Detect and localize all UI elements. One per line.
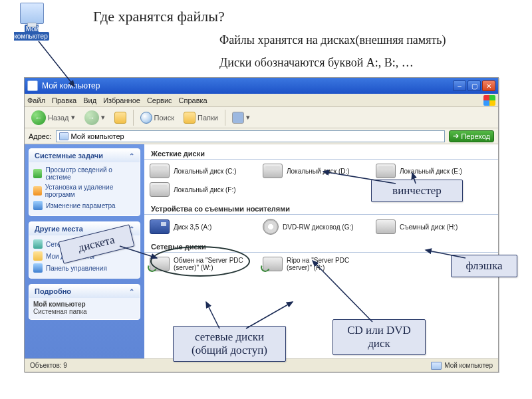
menubar: Файл Правка Вид Избранное Сервис Справка — [25, 94, 498, 107]
desktop-my-computer-icon[interactable]: Мой компьютер — [13, 3, 50, 40]
panel-title: Другие места — [35, 225, 83, 233]
toolbar: ← Назад ▾ → ▾ Поиск Папки ▾ — [25, 107, 498, 128]
minimize-button[interactable]: – — [453, 80, 466, 91]
panel-title: Подробно — [35, 287, 71, 295]
drive-label: Ripo на "Server PDC (server)" (R:) — [287, 257, 369, 271]
place-control-panel[interactable]: Панель управления — [33, 262, 136, 274]
computer-icon — [20, 3, 44, 24]
drive-label: Диск 3,5 (A:) — [174, 223, 211, 231]
drive-h[interactable]: Съемный диск (H:) — [376, 219, 482, 235]
details-type: Системная папка — [33, 308, 87, 315]
callout-hdd: винчестер — [371, 180, 463, 202]
drive-d[interactable]: Локальный диск (D:) — [263, 164, 369, 178]
task-link-settings[interactable]: Изменение параметра — [33, 200, 136, 211]
folders-button[interactable]: Папки — [181, 110, 221, 125]
menu-favorites[interactable]: Избранное — [103, 96, 140, 104]
window-title: Мой компьютер — [42, 81, 100, 90]
hard-drive-icon — [263, 164, 283, 178]
panel-header[interactable]: Системные задачи ⌃ — [29, 149, 140, 162]
drive-label: Локальный диск (E:) — [400, 168, 462, 175]
close-button[interactable]: ✕ — [482, 80, 495, 91]
drive-a[interactable]: Диск 3,5 (A:) — [150, 219, 256, 235]
subtitle-1: Файлы хранятся на дисках(внешняя память) — [219, 33, 446, 47]
callout-usb: флэшка — [451, 255, 517, 277]
up-button[interactable] — [112, 110, 129, 125]
hard-drive-icon — [150, 164, 170, 178]
chevron-down-icon: ▾ — [71, 113, 75, 122]
network-icon — [33, 239, 43, 249]
search-icon — [140, 112, 152, 124]
drive-r[interactable]: Ripo на "Server PDC (server)" (R:) — [263, 257, 369, 271]
info-icon — [33, 169, 42, 178]
chevron-up-icon: ⌃ — [129, 288, 134, 295]
callout-net: сетевые диски (общий доступ) — [173, 326, 286, 362]
task-link-addremove[interactable]: Установка и удаление программ — [33, 182, 136, 200]
control-panel-icon — [33, 263, 43, 273]
go-button[interactable]: ➔ Переход — [449, 130, 494, 142]
back-label: Назад — [48, 114, 69, 122]
drive-label: DVD-RW дисковод (G:) — [283, 223, 354, 231]
folders-icon — [184, 112, 196, 124]
panel-details: Подробно ⌃ Мой компьютер Системная папка — [29, 284, 140, 320]
task-label: Установка и удаление программ — [45, 184, 136, 198]
menu-help[interactable]: Справка — [179, 96, 207, 104]
hard-drive-icon — [376, 164, 396, 178]
details-name: Мой компьютер — [33, 301, 136, 308]
place-label: Панель управления — [46, 265, 107, 272]
settings-icon — [33, 201, 43, 210]
search-button[interactable]: Поиск — [138, 110, 177, 125]
drive-g[interactable]: DVD-RW дисковод (G:) — [263, 219, 369, 235]
panel-system-tasks: Системные задачи ⌃ Просмотр сведений о с… — [29, 148, 140, 216]
drive-label: Локальный диск (D:) — [287, 168, 350, 175]
forward-button[interactable]: → ▾ — [82, 109, 108, 126]
status-objects: Объектов: 9 — [30, 362, 67, 369]
status-location: Мой компьютер — [444, 362, 493, 369]
network-drive-icon — [263, 257, 283, 271]
search-label: Поиск — [154, 114, 174, 122]
views-icon — [232, 112, 244, 124]
drive-label: Обмен на "Server PDC (server)" (W:) — [174, 257, 256, 271]
chevron-up-icon: ⌃ — [129, 152, 134, 160]
forward-arrow-icon: → — [84, 110, 99, 125]
subtitle-2: Диски обозначаются буквой A:, B:, … — [219, 56, 414, 70]
drive-w[interactable]: Обмен на "Server PDC (server)" (W:) — [150, 257, 256, 271]
network-drive-icon — [150, 257, 170, 271]
drive-f[interactable]: Локальный диск (F:) — [150, 182, 256, 197]
back-button[interactable]: ← Назад ▾ — [29, 109, 78, 126]
back-arrow-icon: ← — [31, 110, 46, 125]
drive-e[interactable]: Локальный диск (E:) — [376, 164, 482, 178]
maximize-button[interactable]: ▢ — [467, 80, 481, 91]
menu-view[interactable]: Вид — [83, 96, 96, 104]
chevron-down-icon: ▾ — [246, 113, 250, 122]
views-button[interactable]: ▾ — [229, 110, 253, 125]
windows-flag-icon — [483, 95, 495, 106]
addressbar: Адрес: Мой компьютер ➔ Переход — [25, 128, 498, 144]
drive-c[interactable]: Локальный диск (C:) — [150, 164, 256, 178]
titlebar[interactable]: Мой компьютер – ▢ ✕ — [25, 78, 498, 94]
window-icon — [27, 80, 38, 91]
task-link-sysinfo[interactable]: Просмотр сведений о системе — [33, 165, 136, 182]
folder-up-icon — [114, 112, 126, 124]
panel-header[interactable]: Подробно ⌃ — [29, 285, 140, 298]
address-label: Адрес: — [29, 132, 52, 140]
go-label: Переход — [461, 132, 490, 140]
floppy-icon — [150, 219, 170, 234]
usb-drive-icon — [376, 219, 396, 234]
menu-tools[interactable]: Сервис — [147, 96, 172, 104]
box-icon — [33, 186, 42, 196]
arrow-right-icon: ➔ — [453, 132, 459, 140]
chevron-down-icon: ▾ — [101, 113, 105, 122]
drive-label: Локальный диск (F:) — [174, 186, 236, 194]
computer-small-icon — [431, 362, 442, 370]
address-field[interactable]: Мой компьютер — [56, 130, 446, 142]
hard-drive-icon — [150, 182, 170, 197]
callout-cd: CD или DVD диск — [332, 319, 426, 355]
panel-title: Системные задачи — [35, 152, 103, 160]
folders-label: Папки — [198, 114, 218, 122]
menu-file[interactable]: Файл — [27, 96, 45, 104]
dvd-icon — [263, 219, 279, 235]
folder-icon — [33, 251, 43, 261]
menu-edit[interactable]: Правка — [52, 96, 76, 104]
computer-small-icon — [59, 132, 68, 140]
page-title: Где хранятся файлы? — [93, 8, 225, 25]
